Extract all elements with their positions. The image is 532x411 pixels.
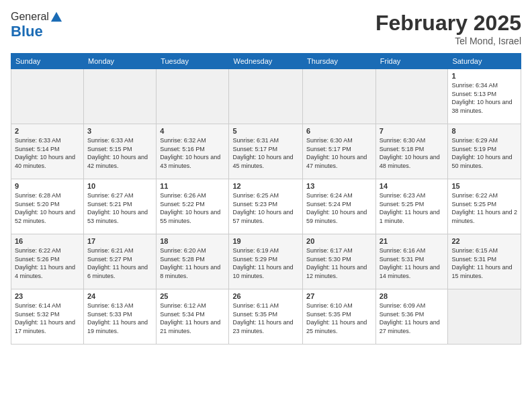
calendar-cell: 11Sunrise: 6:26 AM Sunset: 5:22 PM Dayli… xyxy=(157,179,229,234)
day-number: 25 xyxy=(160,292,225,300)
calendar-week-row: 23Sunrise: 6:14 AM Sunset: 5:32 PM Dayli… xyxy=(11,289,521,345)
calendar-cell: 5Sunrise: 6:31 AM Sunset: 5:17 PM Daylig… xyxy=(229,124,303,179)
day-info: Sunrise: 6:20 AM Sunset: 5:28 PM Dayligh… xyxy=(160,246,225,280)
day-info: Sunrise: 6:09 AM Sunset: 5:36 PM Dayligh… xyxy=(380,302,445,335)
calendar-week-row: 16Sunrise: 6:22 AM Sunset: 5:26 PM Dayli… xyxy=(11,234,521,289)
calendar-cell: 2Sunrise: 6:33 AM Sunset: 5:14 PM Daylig… xyxy=(11,124,84,179)
logo: General Blue xyxy=(11,11,62,40)
day-number: 15 xyxy=(451,182,517,190)
calendar-cell xyxy=(375,69,448,124)
day-info: Sunrise: 6:10 AM Sunset: 5:35 PM Dayligh… xyxy=(306,302,372,335)
calendar-cell: 24Sunrise: 6:13 AM Sunset: 5:33 PM Dayli… xyxy=(83,289,156,345)
day-number: 24 xyxy=(87,292,152,300)
calendar-cell: 4Sunrise: 6:32 AM Sunset: 5:16 PM Daylig… xyxy=(157,124,229,179)
col-friday: Friday xyxy=(375,54,448,69)
day-info: Sunrise: 6:26 AM Sunset: 5:22 PM Dayligh… xyxy=(160,191,225,225)
day-number: 27 xyxy=(306,292,372,300)
day-number: 20 xyxy=(306,237,372,245)
calendar-week-row: 1Sunrise: 6:34 AM Sunset: 5:13 PM Daylig… xyxy=(11,69,521,124)
col-thursday: Thursday xyxy=(303,54,376,69)
day-number: 9 xyxy=(15,182,80,190)
day-number: 18 xyxy=(160,237,225,245)
calendar-table: Sunday Monday Tuesday Wednesday Thursday… xyxy=(11,53,521,345)
calendar-cell xyxy=(11,69,84,124)
day-number: 3 xyxy=(87,127,152,135)
svg-marker-0 xyxy=(51,12,62,21)
day-number: 8 xyxy=(451,127,517,135)
day-number: 19 xyxy=(232,237,299,245)
calendar-week-row: 9Sunrise: 6:28 AM Sunset: 5:20 PM Daylig… xyxy=(11,179,521,234)
day-info: Sunrise: 6:31 AM Sunset: 5:17 PM Dayligh… xyxy=(232,136,299,170)
calendar-cell: 18Sunrise: 6:20 AM Sunset: 5:28 PM Dayli… xyxy=(157,234,229,289)
calendar-cell xyxy=(448,289,521,345)
calendar-cell: 16Sunrise: 6:22 AM Sunset: 5:26 PM Dayli… xyxy=(11,234,84,289)
calendar-cell xyxy=(229,69,303,124)
calendar-cell: 25Sunrise: 6:12 AM Sunset: 5:34 PM Dayli… xyxy=(157,289,229,345)
calendar-cell: 12Sunrise: 6:25 AM Sunset: 5:23 PM Dayli… xyxy=(229,179,303,234)
day-info: Sunrise: 6:15 AM Sunset: 5:31 PM Dayligh… xyxy=(451,246,517,280)
day-info: Sunrise: 6:22 AM Sunset: 5:25 PM Dayligh… xyxy=(451,191,517,225)
calendar-cell: 21Sunrise: 6:16 AM Sunset: 5:31 PM Dayli… xyxy=(375,234,448,289)
calendar-cell: 6Sunrise: 6:30 AM Sunset: 5:17 PM Daylig… xyxy=(303,124,376,179)
calendar-cell: 20Sunrise: 6:17 AM Sunset: 5:30 PM Dayli… xyxy=(303,234,376,289)
calendar-cell: 15Sunrise: 6:22 AM Sunset: 5:25 PM Dayli… xyxy=(448,179,521,234)
calendar-cell: 9Sunrise: 6:28 AM Sunset: 5:20 PM Daylig… xyxy=(11,179,84,234)
day-info: Sunrise: 6:29 AM Sunset: 5:19 PM Dayligh… xyxy=(451,136,517,170)
day-info: Sunrise: 6:33 AM Sunset: 5:15 PM Dayligh… xyxy=(87,136,152,170)
calendar-cell: 14Sunrise: 6:23 AM Sunset: 5:25 PM Dayli… xyxy=(375,179,448,234)
day-info: Sunrise: 6:30 AM Sunset: 5:18 PM Dayligh… xyxy=(380,136,445,170)
day-info: Sunrise: 6:23 AM Sunset: 5:25 PM Dayligh… xyxy=(380,191,445,225)
calendar-cell: 10Sunrise: 6:27 AM Sunset: 5:21 PM Dayli… xyxy=(83,179,156,234)
calendar-cell: 3Sunrise: 6:33 AM Sunset: 5:15 PM Daylig… xyxy=(83,124,156,179)
logo-icon xyxy=(50,11,62,23)
day-number: 5 xyxy=(232,127,299,135)
title-block: February 2025 Tel Mond, Israel xyxy=(375,11,521,46)
day-number: 11 xyxy=(160,182,225,190)
day-number: 12 xyxy=(232,182,299,190)
calendar-cell xyxy=(83,69,156,124)
day-number: 22 xyxy=(451,237,517,245)
logo-blue-text: Blue xyxy=(11,23,62,40)
day-info: Sunrise: 6:21 AM Sunset: 5:27 PM Dayligh… xyxy=(87,246,152,280)
day-info: Sunrise: 6:27 AM Sunset: 5:21 PM Dayligh… xyxy=(87,191,152,225)
calendar-cell: 27Sunrise: 6:10 AM Sunset: 5:35 PM Dayli… xyxy=(303,289,376,345)
day-number: 10 xyxy=(87,182,152,190)
day-number: 1 xyxy=(451,72,517,80)
calendar-cell: 8Sunrise: 6:29 AM Sunset: 5:19 PM Daylig… xyxy=(448,124,521,179)
calendar-cell: 7Sunrise: 6:30 AM Sunset: 5:18 PM Daylig… xyxy=(375,124,448,179)
day-info: Sunrise: 6:33 AM Sunset: 5:14 PM Dayligh… xyxy=(15,136,80,170)
day-info: Sunrise: 6:13 AM Sunset: 5:33 PM Dayligh… xyxy=(87,302,152,335)
day-number: 17 xyxy=(87,237,152,245)
calendar-cell: 19Sunrise: 6:19 AM Sunset: 5:29 PM Dayli… xyxy=(229,234,303,289)
day-info: Sunrise: 6:25 AM Sunset: 5:23 PM Dayligh… xyxy=(232,191,299,225)
day-info: Sunrise: 6:19 AM Sunset: 5:29 PM Dayligh… xyxy=(232,246,299,280)
day-number: 21 xyxy=(380,237,445,245)
calendar-cell xyxy=(157,69,229,124)
logo-general-text: General xyxy=(11,11,49,23)
day-info: Sunrise: 6:32 AM Sunset: 5:16 PM Dayligh… xyxy=(160,136,225,170)
col-sunday: Sunday xyxy=(11,54,84,69)
col-saturday: Saturday xyxy=(448,54,521,69)
month-title: February 2025 xyxy=(375,11,521,36)
day-info: Sunrise: 6:11 AM Sunset: 5:35 PM Dayligh… xyxy=(232,302,299,335)
page: General Blue February 2025 Tel Mond, Isr… xyxy=(0,0,532,411)
calendar-cell: 1Sunrise: 6:34 AM Sunset: 5:13 PM Daylig… xyxy=(448,69,521,124)
day-info: Sunrise: 6:30 AM Sunset: 5:17 PM Dayligh… xyxy=(306,136,372,170)
location-subtitle: Tel Mond, Israel xyxy=(375,36,521,46)
day-number: 2 xyxy=(15,127,80,135)
day-info: Sunrise: 6:12 AM Sunset: 5:34 PM Dayligh… xyxy=(160,302,225,335)
day-info: Sunrise: 6:16 AM Sunset: 5:31 PM Dayligh… xyxy=(380,246,445,280)
day-number: 6 xyxy=(306,127,372,135)
calendar-cell: 23Sunrise: 6:14 AM Sunset: 5:32 PM Dayli… xyxy=(11,289,84,345)
day-info: Sunrise: 6:28 AM Sunset: 5:20 PM Dayligh… xyxy=(15,191,80,225)
day-number: 28 xyxy=(380,292,445,300)
day-number: 13 xyxy=(306,182,372,190)
header: General Blue February 2025 Tel Mond, Isr… xyxy=(11,11,521,46)
day-number: 14 xyxy=(380,182,445,190)
day-info: Sunrise: 6:34 AM Sunset: 5:13 PM Dayligh… xyxy=(451,81,517,115)
day-info: Sunrise: 6:24 AM Sunset: 5:24 PM Dayligh… xyxy=(306,191,372,225)
day-number: 23 xyxy=(15,292,80,300)
day-info: Sunrise: 6:22 AM Sunset: 5:26 PM Dayligh… xyxy=(15,246,80,280)
day-number: 26 xyxy=(232,292,299,300)
calendar-header-row: Sunday Monday Tuesday Wednesday Thursday… xyxy=(11,54,521,69)
